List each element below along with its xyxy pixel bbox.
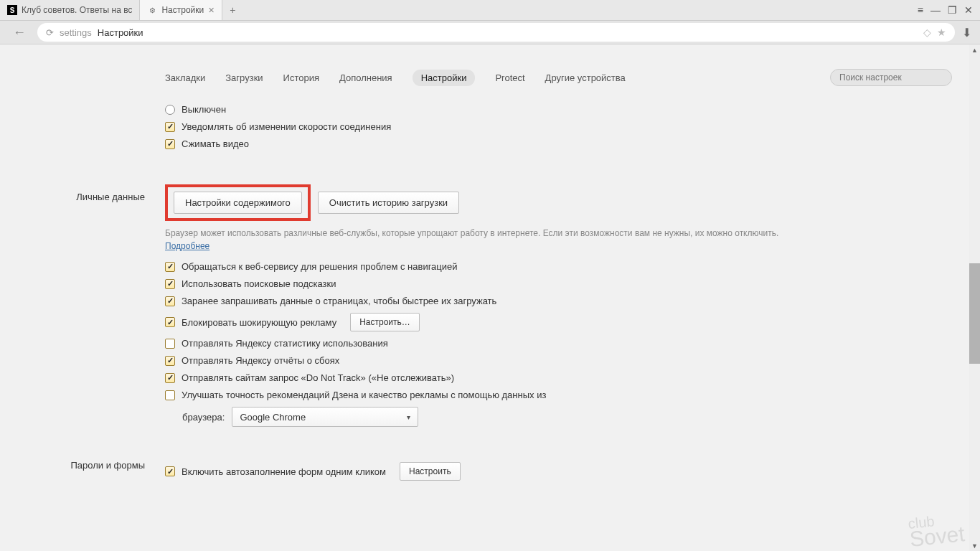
tab-2-close-icon[interactable]: ✕ bbox=[208, 6, 215, 15]
option-notify-speed[interactable]: Уведомлять об изменении скорости соедине… bbox=[165, 121, 796, 132]
nav-downloads[interactable]: Загрузки bbox=[225, 72, 263, 83]
minimize-icon[interactable]: — bbox=[930, 4, 941, 16]
checkbox-icon[interactable] bbox=[165, 122, 175, 132]
reload-icon[interactable]: ⟳ bbox=[46, 27, 54, 38]
option-turbo-off[interactable]: Выключен bbox=[165, 104, 796, 115]
learn-more-link[interactable]: Подробнее bbox=[165, 241, 209, 251]
scroll-down-icon[interactable]: ▼ bbox=[969, 540, 980, 551]
address-scheme: settings bbox=[60, 27, 92, 38]
content-settings-button[interactable]: Настройки содержимого bbox=[174, 192, 302, 214]
checkbox-icon[interactable] bbox=[165, 262, 175, 272]
configure-ads-button[interactable]: Настроить… bbox=[350, 313, 420, 331]
option-crash-reports[interactable]: Отправлять Яндексу отчёты о сбоях bbox=[165, 355, 796, 366]
bookmark-star-icon[interactable]: ★ bbox=[937, 27, 946, 38]
new-tab-button[interactable]: + bbox=[222, 0, 242, 20]
settings-nav: Закладки Загрузки История Дополнения Нас… bbox=[0, 44, 969, 98]
clear-history-button[interactable]: Очистить историю загрузки bbox=[318, 192, 459, 214]
nav-settings[interactable]: Настройки bbox=[413, 70, 476, 86]
option-turbo-off-label: Выключен bbox=[182, 104, 226, 115]
tab-2-title: Настройки bbox=[161, 5, 204, 15]
address-bar-row: ← ⟳ settings Настройки ◇ ★ ⬇ bbox=[0, 21, 980, 44]
option-prefetch[interactable]: Заранее запрашивать данные о страницах, … bbox=[165, 296, 796, 306]
content-viewport: Закладки Загрузки История Дополнения Нас… bbox=[0, 44, 980, 551]
option-compress-video-label: Сжимать видео bbox=[182, 138, 249, 149]
nav-history[interactable]: История bbox=[283, 72, 319, 83]
section-passwords-label: Пароли и формы bbox=[0, 456, 165, 471]
option-block-ads[interactable]: Блокировать шокирующую рекламу Настроить… bbox=[165, 313, 796, 331]
tab-2[interactable]: ⚙ Настройки ✕ bbox=[140, 0, 222, 20]
checkbox-icon[interactable] bbox=[165, 373, 175, 383]
nav-other-devices[interactable]: Другие устройства bbox=[545, 72, 626, 83]
checkbox-icon[interactable] bbox=[165, 139, 175, 149]
option-do-not-track[interactable]: Отправлять сайтам запрос «Do Not Track» … bbox=[165, 372, 796, 383]
shield-icon[interactable]: ◇ bbox=[923, 27, 931, 38]
tab-1[interactable]: S Клуб советов. Ответы на вс bbox=[0, 0, 140, 20]
highlight-box: Настройки содержимого bbox=[165, 184, 311, 221]
option-autofill[interactable]: Включить автозаполнение форм одним клико… bbox=[165, 462, 796, 481]
maximize-icon[interactable]: ❐ bbox=[948, 4, 957, 16]
option-send-stats[interactable]: Отправлять Яндексу статистику использова… bbox=[165, 338, 796, 349]
back-button[interactable]: ← bbox=[9, 25, 30, 40]
tab-2-favicon: ⚙ bbox=[147, 5, 157, 15]
checkbox-icon[interactable] bbox=[165, 317, 175, 327]
option-compress-video[interactable]: Сжимать видео bbox=[165, 138, 796, 149]
checkbox-icon[interactable] bbox=[165, 390, 175, 400]
nav-bookmarks[interactable]: Закладки bbox=[165, 72, 205, 83]
omnibox[interactable]: ⟳ settings Настройки ◇ ★ bbox=[37, 23, 955, 42]
checkbox-icon[interactable] bbox=[165, 296, 175, 306]
search-settings-input[interactable] bbox=[830, 69, 952, 86]
option-notify-speed-label: Уведомлять об изменении скорости соедине… bbox=[182, 121, 391, 132]
option-search-suggest[interactable]: Использовать поисковые подсказки bbox=[165, 278, 796, 289]
nav-protect[interactable]: Protect bbox=[495, 72, 524, 83]
close-window-icon[interactable]: ✕ bbox=[964, 4, 973, 16]
browser-select[interactable]: Google Chrome ▾ bbox=[232, 407, 418, 427]
tab-1-title: Клуб советов. Ответы на вс bbox=[22, 5, 132, 15]
downloads-icon[interactable]: ⬇ bbox=[962, 26, 971, 39]
configure-autofill-button[interactable]: Настроить bbox=[400, 462, 461, 481]
checkbox-icon[interactable] bbox=[165, 466, 175, 476]
checkbox-icon[interactable] bbox=[165, 339, 175, 349]
tab-1-favicon: S bbox=[7, 5, 17, 15]
chevron-down-icon: ▾ bbox=[407, 413, 410, 421]
personal-note: Браузер может использовать различные веб… bbox=[165, 227, 796, 253]
browser-select-label: браузера: bbox=[182, 412, 225, 423]
checkbox-icon[interactable] bbox=[165, 279, 175, 289]
menu-icon[interactable]: ≡ bbox=[918, 4, 923, 16]
window-titlebar: S Клуб советов. Ответы на вс ⚙ Настройки… bbox=[0, 0, 980, 21]
section-personal-label: Личные данные bbox=[0, 180, 165, 202]
address-page: Настройки bbox=[98, 27, 143, 38]
option-nav-service[interactable]: Обращаться к веб-сервису для решения про… bbox=[165, 261, 796, 272]
scroll-up-icon[interactable]: ▲ bbox=[969, 44, 980, 55]
scrollbar-thumb[interactable] bbox=[969, 263, 980, 364]
option-zen-accuracy[interactable]: Улучшать точность рекомендаций Дзена и к… bbox=[165, 390, 796, 400]
radio-icon[interactable] bbox=[165, 105, 175, 115]
checkbox-icon[interactable] bbox=[165, 356, 175, 366]
nav-addons[interactable]: Дополнения bbox=[339, 72, 392, 83]
